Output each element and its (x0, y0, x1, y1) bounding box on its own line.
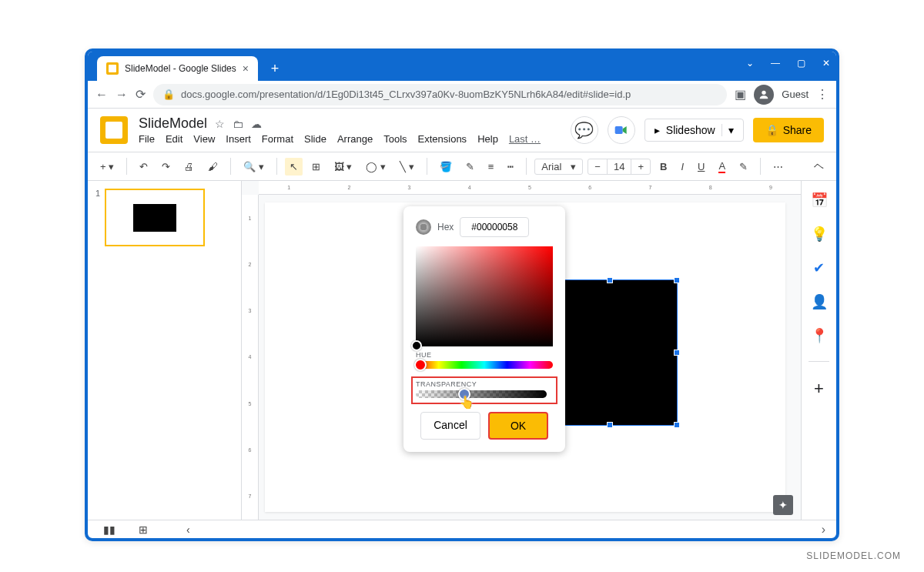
menu-insert[interactable]: Insert (226, 133, 251, 145)
grid-view-icon[interactable]: ⊞ (139, 523, 148, 536)
cloud-icon[interactable]: ☁ (251, 118, 262, 130)
star-icon[interactable]: ☆ (215, 118, 225, 130)
slides-logo[interactable] (100, 116, 128, 144)
italic-button[interactable]: I (676, 158, 688, 176)
ruler-horizontal: 123456789 (259, 181, 801, 195)
menu-arrange[interactable]: Arrange (337, 133, 373, 145)
menu-help[interactable]: Help (477, 133, 498, 145)
fill-color-button[interactable]: 🪣 (435, 158, 457, 176)
border-weight-button[interactable]: ≡ (484, 158, 499, 176)
new-slide-button[interactable]: + ▾ (95, 158, 119, 176)
menu-tools[interactable]: Tools (383, 133, 407, 145)
show-side-panel-icon[interactable]: › (822, 523, 825, 536)
increase-font[interactable]: + (631, 159, 650, 174)
filmstrip-view-icon[interactable]: ▮▮ (103, 523, 116, 536)
line-tool[interactable]: ╲ ▾ (395, 158, 419, 176)
canvas-area: 123456789 1234567 Hex (242, 181, 801, 520)
textbox-tool[interactable]: ⊞ (307, 158, 325, 176)
menu-extensions[interactable]: Extensions (418, 133, 467, 145)
slide-canvas[interactable]: Hex HUE TRANSPARENCY 👆 (265, 202, 785, 512)
profile-avatar[interactable] (754, 85, 774, 105)
slide-thumbnail[interactable]: 1 (95, 189, 233, 246)
slide-panel[interactable]: 1 (88, 181, 242, 520)
back-icon[interactable]: ← (95, 88, 108, 102)
reload-icon[interactable]: ⟳ (136, 87, 146, 102)
slide-number: 1 (95, 189, 100, 246)
underline-button[interactable]: U (693, 158, 709, 176)
transparency-section: TRANSPARENCY 👆 (411, 376, 557, 404)
calendar-icon[interactable]: 📅 (811, 192, 828, 209)
text-color-button[interactable]: A (714, 157, 730, 176)
border-dash-button[interactable]: ┅ (503, 158, 518, 176)
move-icon[interactable]: 🗀 (233, 118, 243, 130)
svg-rect-1 (614, 126, 622, 134)
hue-label: HUE (416, 351, 553, 359)
hex-label: Hex (437, 222, 454, 232)
slideshow-button[interactable]: ▸ Slideshow ▾ (644, 119, 744, 142)
shape-tool[interactable]: ◯ ▾ (361, 158, 390, 176)
select-tool[interactable]: ↖ (285, 158, 303, 176)
print-button[interactable]: 🖨 (179, 158, 199, 176)
undo-button[interactable]: ↶ (135, 158, 152, 176)
slideshow-label: Slideshow (666, 124, 715, 136)
font-size[interactable]: 14 (607, 159, 631, 174)
browser-tab[interactable]: SlideModel - Google Slides × (97, 56, 258, 81)
share-button[interactable]: 🔒 Share (753, 118, 824, 142)
minimize-icon[interactable]: — (771, 58, 780, 69)
address-bar: ← → ⟳ 🔒 docs.google.com/presentation/d/1… (88, 81, 836, 109)
doc-title[interactable]: SlideModel (139, 115, 207, 132)
toolbar: + ▾ ↶ ↷ 🖨 🖌 🔍 ▾ ↖ ⊞ 🖼 ▾ ◯ ▾ ╲ ▾ 🪣 ✎ ≡ ┅ … (88, 152, 836, 181)
menu-edit[interactable]: Edit (166, 133, 182, 145)
collapse-panel-icon[interactable]: ‹ (186, 523, 190, 536)
menu-view[interactable]: View (193, 133, 215, 145)
more-icon[interactable]: ⋮ (816, 87, 829, 102)
close-window-icon[interactable]: ✕ (822, 58, 830, 69)
contacts-icon[interactable]: 👤 (811, 293, 828, 310)
chevron-down-icon[interactable]: ▾ (721, 124, 734, 136)
hue-slider[interactable] (416, 361, 553, 369)
cancel-button[interactable]: Cancel (420, 412, 480, 440)
transparency-slider[interactable]: 👆 (416, 390, 547, 398)
explore-button[interactable]: ✦ (773, 495, 793, 515)
ok-button[interactable]: OK (488, 412, 548, 440)
window-controls: ⌄ — ▢ ✕ (746, 58, 830, 69)
zoom-button[interactable]: 🔍 ▾ (239, 158, 269, 176)
maximize-icon[interactable]: ▢ (797, 58, 805, 69)
menu-file[interactable]: File (139, 133, 155, 145)
bold-button[interactable]: B (655, 158, 671, 176)
new-tab-button[interactable]: + (264, 58, 286, 79)
saturation-field[interactable] (416, 246, 553, 346)
decrease-font[interactable]: − (588, 159, 607, 174)
tasks-icon[interactable]: ✔ (813, 259, 825, 276)
highlight-button[interactable]: ✎ (735, 158, 752, 176)
close-tab-icon[interactable]: × (243, 62, 249, 75)
saturation-cursor[interactable] (411, 340, 422, 351)
last-edit-label[interactable]: Last … (509, 133, 541, 145)
chevron-down-icon[interactable]: ⌄ (746, 58, 754, 69)
hex-input[interactable] (460, 217, 529, 237)
menu-slide[interactable]: Slide (304, 133, 326, 145)
menu-format[interactable]: Format (262, 133, 293, 145)
border-color-button[interactable]: ✎ (461, 158, 479, 176)
titlebar: SlideModel - Google Slides × + ⌄ — ▢ ✕ (88, 52, 836, 81)
watermark: SLIDEMODEL.COM (806, 550, 901, 561)
collapse-toolbar-button[interactable]: ヘ (809, 156, 829, 176)
eyedropper-icon[interactable] (416, 219, 431, 235)
redo-button[interactable]: ↷ (157, 158, 175, 176)
maps-icon[interactable]: 📍 (811, 327, 828, 344)
font-family-select[interactable]: Arial▾ (534, 159, 583, 175)
meet-button[interactable] (608, 116, 635, 144)
hue-thumb[interactable] (414, 359, 427, 371)
image-tool[interactable]: 🖼 ▾ (330, 158, 357, 176)
paint-format-button[interactable]: 🖌 (203, 158, 223, 176)
keep-icon[interactable]: 💡 (811, 226, 828, 243)
panel-icon[interactable]: ▣ (735, 87, 746, 102)
more-toolbar-button[interactable]: ⋯ (768, 158, 788, 176)
app-bar: SlideModel ☆ 🗀 ☁ File Edit View Insert F… (88, 109, 836, 152)
transparency-thumb[interactable] (458, 388, 470, 400)
comments-icon[interactable]: 💬 (571, 116, 598, 144)
url-field[interactable]: 🔒 docs.google.com/presentation/d/1Eg0Di1… (153, 84, 727, 105)
add-addon-icon[interactable]: + (814, 379, 824, 399)
font-size-control[interactable]: − 14 + (588, 159, 651, 175)
forward-icon[interactable]: → (116, 88, 128, 102)
